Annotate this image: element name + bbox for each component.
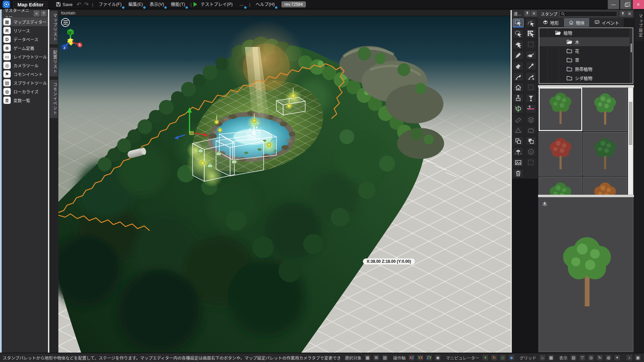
pin-icon[interactable] <box>620 11 626 17</box>
menu-view[interactable]: 表示(V) <box>146 0 167 9</box>
help-button[interactable]: ? <box>41 10 47 16</box>
eraser-tool[interactable] <box>513 61 524 70</box>
axis-xz-button[interactable]: XZ <box>408 354 415 361</box>
close-icon[interactable] <box>531 10 537 16</box>
display-icon[interactable]: ▤ <box>570 354 577 361</box>
sidebar-item-sprite-tool[interactable]: ▤スプライトツール <box>2 78 48 87</box>
redo-button[interactable]: ↷ <box>83 1 90 8</box>
sidebar-item-localize[interactable]: ◍ローカライズ <box>2 87 48 96</box>
axis-zy-button[interactable]: ZY <box>426 354 432 361</box>
stamp-splitter[interactable] <box>538 85 634 87</box>
undo-button[interactable]: ↶ <box>75 1 83 8</box>
orientation-gizmo[interactable]: Y Z X <box>61 28 84 51</box>
pen-tool[interactable] <box>513 51 524 60</box>
tree-scrollbar[interactable] <box>630 28 633 83</box>
home-grid-icon[interactable]: ⌂ <box>539 354 546 361</box>
grid-toggle-icon[interactable]: ▦ <box>548 354 554 361</box>
filter-icon[interactable]: ▽ <box>579 354 586 361</box>
tab-object[interactable]: 物体 <box>564 18 590 27</box>
close-button[interactable]: ✕ <box>633 0 644 9</box>
region-select-tool[interactable] <box>526 40 536 49</box>
tree-node-fern[interactable]: シダ植物 <box>539 73 633 82</box>
menu-file[interactable]: ファイル(F) <box>95 0 125 9</box>
stamp-thumb-tree-red[interactable] <box>539 132 582 176</box>
tree-node-grass[interactable]: 草 <box>539 55 633 64</box>
tree-node-tree[interactable]: 木 <box>539 37 633 46</box>
stamp-search-box[interactable] <box>559 11 617 17</box>
sidebar-item-database[interactable]: Dデータベース <box>2 35 48 44</box>
menu-overflow[interactable]: … <box>236 0 247 9</box>
tree-node-tropical[interactable]: 熱帯植物 <box>539 64 633 73</box>
lower-terrain-tool[interactable] <box>526 94 536 103</box>
collapse-button[interactable]: < <box>34 10 40 16</box>
tab-common-event[interactable]: コモンイベント <box>50 80 58 118</box>
slope-tool[interactable] <box>513 115 524 124</box>
coin-tool[interactable] <box>526 147 536 156</box>
menu-help[interactable]: ヘルプ(H) <box>252 0 278 9</box>
sidebar-item-game-definition[interactable]: ⊕ゲーム定義 <box>2 44 48 52</box>
globe-icon[interactable]: ◍ <box>605 354 612 361</box>
rect-select-tool[interactable] <box>513 18 524 27</box>
pin-icon[interactable] <box>524 10 530 16</box>
thumbnail-scroll-thumb[interactable] <box>629 102 632 145</box>
minimize-button[interactable]: — <box>608 0 619 9</box>
tab-map-settings[interactable]: マップ設定 <box>635 11 643 41</box>
polyline-select-tool[interactable] <box>526 18 536 27</box>
map-3d-viewport[interactable]: Y Z X X:38.00 Z:18.00 (Y:0.00) <box>58 16 511 353</box>
axis-yx-button[interactable]: YX <box>417 354 424 361</box>
tree-scroll-thumb[interactable] <box>631 44 632 52</box>
sound-icon[interactable]: ♪ <box>626 354 633 361</box>
rotate-tool-icon[interactable]: ↻ <box>491 354 497 361</box>
stamp-thumb-tree-dark[interactable] <box>583 132 627 176</box>
menu-edit[interactable]: 編集(E) <box>125 0 146 9</box>
stamp-thumb-tree-1[interactable] <box>539 87 582 131</box>
terrain-move-tool[interactable] <box>526 72 536 81</box>
search-input[interactable] <box>565 11 616 16</box>
lasso-select-tool[interactable] <box>513 29 524 38</box>
grid-select-tool[interactable] <box>526 29 536 38</box>
sidebar-item-variable-list[interactable]: ≣変数一覧 <box>2 96 48 105</box>
menu-function[interactable]: 機能(T) <box>167 0 189 9</box>
cone-tool[interactable] <box>513 126 524 135</box>
tab-map-list[interactable]: マップリスト <box>50 11 58 44</box>
viewport-menu-icon[interactable] <box>61 18 70 27</box>
rotate-x-tool[interactable] <box>526 104 536 113</box>
tree-node-plants[interactable]: 植物 <box>539 28 633 37</box>
sidebar-item-resource[interactable]: Rリソース <box>2 26 48 35</box>
sidebar-item-common-event[interactable]: ⚑コモンイベント <box>2 70 48 78</box>
layers-tool[interactable] <box>526 115 536 124</box>
sidebar-item-map-editor[interactable]: ▦マップエディター <box>2 17 48 26</box>
thumbnail-scrollbar[interactable] <box>628 87 633 195</box>
move-tool-icon[interactable]: + <box>482 354 489 361</box>
sidebar-item-camera-tool[interactable]: ◎カメラツール <box>2 61 48 70</box>
panel-icon[interactable]: ▣ <box>635 354 641 361</box>
face-select-tool[interactable] <box>513 40 524 49</box>
box-tool[interactable] <box>526 126 536 135</box>
tab-event[interactable]: イベント <box>590 18 624 27</box>
save-button[interactable]: Save <box>53 0 75 9</box>
copy-tool[interactable] <box>513 136 524 145</box>
extra-tool[interactable] <box>526 158 536 167</box>
viewport-tab-fountain[interactable]: fountain <box>58 10 511 16</box>
menu-testplay[interactable]: テストプレイ(P) <box>197 0 236 9</box>
close-icon[interactable] <box>627 11 633 17</box>
eyedropper-tool[interactable] <box>526 61 536 70</box>
axis-lock-icon[interactable]: ◉ <box>434 354 441 361</box>
place-object-tool[interactable] <box>513 83 524 92</box>
rotate-y-tool[interactable] <box>513 104 524 113</box>
refresh-icon[interactable]: ↻ <box>596 354 603 361</box>
stamp-thumb-tree-orange[interactable] <box>583 177 627 195</box>
scale-tool-icon[interactable]: ◇ <box>499 354 506 361</box>
stamp-thumb-tree-3[interactable] <box>539 177 582 195</box>
terrain-select-icon[interactable]: ▤ <box>382 354 388 361</box>
stamp-category-tree[interactable]: 植物 木 花 草 熱帯植物 シダ植物 <box>539 27 633 84</box>
shovel-tool[interactable] <box>513 72 524 81</box>
paste-tool[interactable] <box>526 136 536 145</box>
focus-icon[interactable]: ◎ <box>588 354 594 361</box>
snap-tool-icon[interactable]: ◆ <box>508 354 515 361</box>
object-link-icon[interactable]: ⊞ <box>373 354 380 361</box>
tab-placement-list[interactable]: 配置リスト <box>50 48 58 76</box>
sidebar-item-layout-tool[interactable]: ▭レイアウトツール <box>2 52 48 61</box>
area-select-tool[interactable] <box>526 83 536 92</box>
stamp-splitter-2[interactable] <box>538 195 634 197</box>
